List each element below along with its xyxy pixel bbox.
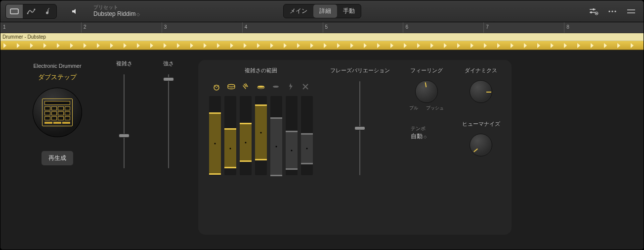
feel-knob[interactable] bbox=[415, 80, 438, 103]
loudness-column: 強さ bbox=[154, 60, 183, 235]
editor-tabs: メイン 詳細 手動 bbox=[283, 4, 361, 18]
svg-point-2 bbox=[34, 8, 36, 10]
tab-detail[interactable]: 詳細 bbox=[313, 4, 337, 18]
bar-mark: 3 bbox=[162, 22, 167, 33]
feel-sub-right: プッシュ bbox=[426, 105, 444, 111]
settings-button[interactable] bbox=[586, 4, 601, 18]
range-bar[interactable] bbox=[270, 96, 282, 175]
view-mode-segment bbox=[5, 4, 57, 19]
range-bars bbox=[209, 96, 313, 175]
loudness-slider[interactable] bbox=[163, 74, 174, 168]
range-bar[interactable] bbox=[240, 96, 252, 175]
note-icon bbox=[45, 7, 51, 15]
feel-label: フィーリング bbox=[410, 67, 443, 74]
editor-panel: Electronic Drummer ダブステップ 再生成 複雑さ bbox=[0, 50, 644, 250]
lines-icon bbox=[627, 9, 636, 14]
app-window: プリセット Dubstep Riddim◇ メイン 詳細 手動 12345678… bbox=[0, 0, 644, 250]
view-region-button[interactable] bbox=[6, 4, 23, 18]
tempo-value: 自動◇ bbox=[411, 132, 427, 141]
humanize-knob[interactable] bbox=[470, 134, 492, 156]
complexity-label: 複雑さ bbox=[116, 60, 132, 67]
complexity-slider[interactable] bbox=[118, 74, 130, 168]
bar-mark: 1 bbox=[0, 22, 6, 33]
sliders-lock-icon bbox=[589, 7, 599, 15]
header-toolbar: プリセット Dubstep Riddim◇ メイン 詳細 手動 bbox=[0, 0, 644, 22]
kick-icon[interactable] bbox=[212, 82, 221, 91]
tab-manual[interactable]: 手動 bbox=[337, 4, 361, 18]
feel-knob-column: フィーリング プル プッシュ bbox=[407, 67, 446, 111]
loudness-label: 強さ bbox=[163, 60, 174, 67]
range-bar[interactable] bbox=[224, 96, 236, 175]
drummer-column: Electronic Drummer ダブステップ 再生成 bbox=[20, 60, 94, 235]
complexity-column: 複雑さ bbox=[109, 60, 139, 235]
caret-icon: ◇ bbox=[136, 12, 140, 17]
perc-icon[interactable] bbox=[271, 82, 280, 91]
tempo-label: テンポ bbox=[411, 125, 427, 132]
humanize-label: ヒューマナイズ bbox=[462, 120, 500, 128]
rectangle-icon bbox=[10, 8, 19, 15]
complexity-range-column: 複雑さの範囲 bbox=[209, 67, 313, 226]
bar-mark: 4 bbox=[242, 22, 248, 33]
phrase-label: フレーズバリエーション bbox=[330, 67, 390, 74]
svg-point-9 bbox=[608, 10, 610, 12]
dynamics-label: ダイナミクス bbox=[465, 67, 497, 74]
bar-ruler[interactable]: 12345678 bbox=[0, 22, 644, 33]
svg-rect-8 bbox=[596, 13, 598, 14]
drum-machine-icon bbox=[42, 99, 73, 126]
tab-main[interactable]: メイン bbox=[284, 4, 313, 18]
bar-mark: 6 bbox=[403, 22, 408, 33]
caret-icon: ◇ bbox=[424, 135, 427, 139]
instrument-icons bbox=[212, 81, 310, 92]
menu-button[interactable] bbox=[624, 4, 639, 18]
fx-icon[interactable] bbox=[286, 82, 295, 91]
humanize-knob-column: ヒューマナイズ bbox=[461, 120, 501, 156]
range-bar[interactable] bbox=[286, 96, 298, 175]
drummer-image[interactable] bbox=[33, 88, 82, 137]
curve-icon bbox=[27, 8, 36, 15]
knobs-block: フィーリング プル プッシュ ダイナミクス テンポ bbox=[407, 67, 501, 226]
range-label: 複雑さの範囲 bbox=[245, 67, 277, 74]
hihat-icon[interactable] bbox=[257, 82, 265, 91]
svg-point-4 bbox=[593, 8, 595, 10]
bar-mark: 5 bbox=[323, 22, 328, 33]
phrase-column: フレーズバリエーション bbox=[333, 67, 387, 226]
x-icon[interactable] bbox=[301, 82, 310, 91]
bar-mark: 8 bbox=[564, 22, 569, 33]
svg-point-1 bbox=[27, 12, 29, 14]
view-automation-button[interactable] bbox=[23, 4, 40, 18]
svg-point-17 bbox=[228, 85, 235, 87]
speaker-icon bbox=[71, 8, 79, 15]
range-bar[interactable] bbox=[255, 96, 267, 175]
bar-mark: 7 bbox=[483, 22, 489, 33]
svg-point-11 bbox=[614, 10, 616, 12]
volume-button[interactable] bbox=[68, 4, 83, 18]
dynamics-knob[interactable] bbox=[470, 80, 492, 103]
svg-rect-0 bbox=[10, 9, 18, 14]
region-name[interactable]: Drummer - Dubstep bbox=[0, 33, 644, 41]
svg-point-6 bbox=[590, 11, 592, 13]
snare-icon[interactable] bbox=[227, 82, 236, 91]
clap-icon[interactable] bbox=[242, 82, 251, 91]
ellipsis-icon bbox=[608, 10, 617, 13]
feel-sub-left: プル bbox=[409, 105, 418, 111]
svg-point-10 bbox=[611, 10, 613, 12]
detail-panel: 複雑さの範囲 フレーズバリエーション フィーリング bbox=[198, 60, 512, 235]
view-score-button[interactable] bbox=[40, 4, 56, 18]
drummer-title: Electronic Drummer bbox=[33, 63, 81, 69]
feel-sublabels: プル プッシュ bbox=[409, 105, 444, 111]
tempo-selector[interactable]: テンポ 自動◇ bbox=[411, 125, 427, 141]
region-body[interactable] bbox=[0, 41, 644, 50]
dynamics-knob-column: ダイナミクス bbox=[461, 67, 501, 103]
range-bar[interactable] bbox=[209, 96, 221, 175]
preset-label: プリセット bbox=[93, 4, 140, 10]
phrase-slider[interactable] bbox=[354, 81, 366, 175]
preset-name: Dubstep Riddim◇ bbox=[93, 10, 140, 17]
range-bar[interactable] bbox=[301, 96, 313, 175]
timeline: 12345678 Drummer - Dubstep bbox=[0, 22, 644, 50]
svg-point-20 bbox=[273, 86, 279, 88]
drummer-style: ダブステップ bbox=[38, 73, 77, 82]
bar-mark: 2 bbox=[81, 22, 86, 33]
preset-selector[interactable]: プリセット Dubstep Riddim◇ bbox=[93, 4, 140, 17]
regenerate-button[interactable]: 再生成 bbox=[42, 151, 73, 165]
more-button[interactable] bbox=[605, 4, 620, 18]
